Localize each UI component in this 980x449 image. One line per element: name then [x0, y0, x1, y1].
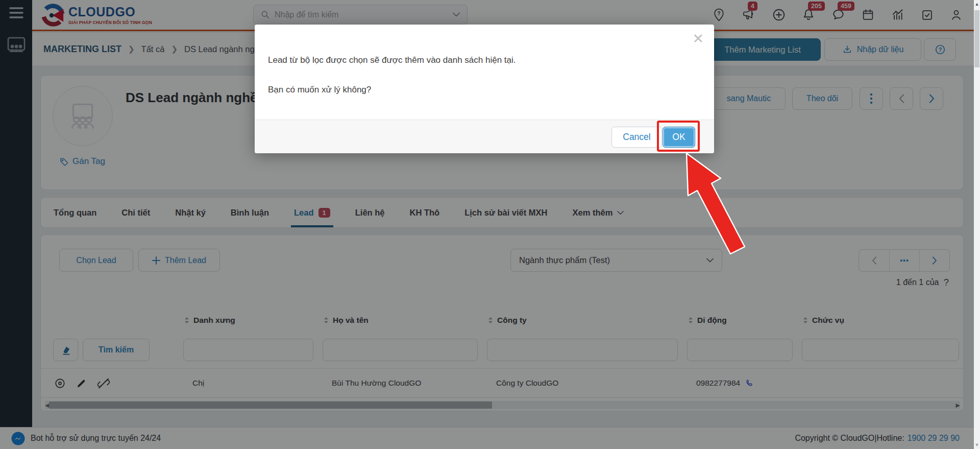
confirm-dialog: ✕ Lead từ bộ lọc được chọn sẽ được thêm …	[255, 25, 714, 153]
dialog-footer: Cancel OK	[255, 120, 714, 153]
vertical-scrollbar[interactable]: ▲ ▼	[974, 0, 980, 449]
ok-button[interactable]: OK	[663, 127, 695, 148]
cloudgo-crm-app: CLOUDGO GIẢI PHÁP CHUYỂN ĐỔI SỐ TINH GỌN…	[0, 0, 980, 449]
dialog-message-line2: Bạn có muốn xử lý không?	[268, 85, 371, 95]
close-icon[interactable]: ✕	[692, 31, 704, 47]
cancel-button[interactable]: Cancel	[611, 127, 662, 148]
vertical-scrollbar-thumb[interactable]	[974, 10, 979, 67]
scroll-up-arrow[interactable]: ▲	[974, 2, 980, 7]
dialog-message-line1: Lead từ bộ lọc được chọn sẽ được thêm và…	[268, 55, 516, 65]
scroll-down-arrow[interactable]: ▼	[974, 442, 980, 447]
